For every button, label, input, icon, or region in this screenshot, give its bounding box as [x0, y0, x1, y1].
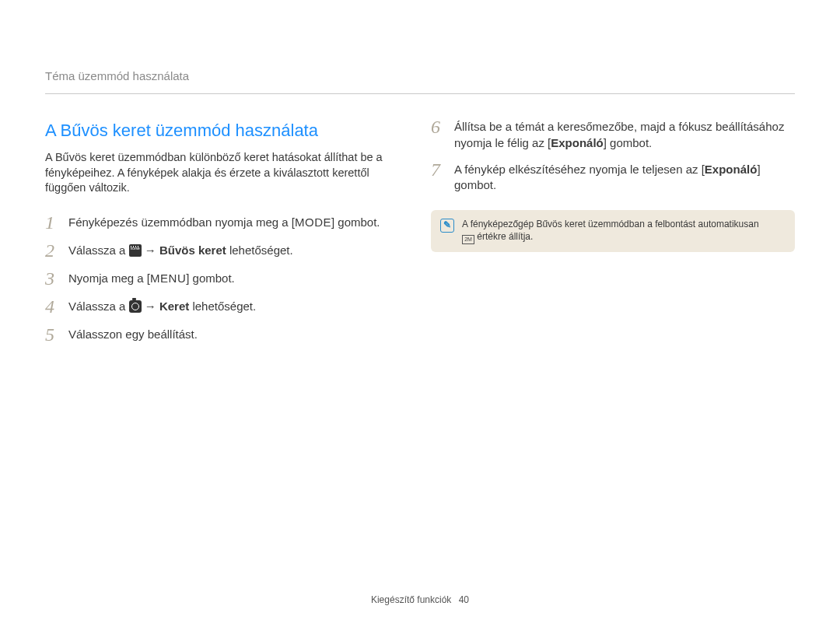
step-text: Válassza a → Bűvös keret lehetőséget. — [68, 243, 409, 258]
step-number: 6 — [431, 117, 445, 136]
text: értékre állítja. — [474, 231, 533, 242]
menu-key-label: MENU — [150, 271, 186, 285]
two-column-layout: A Bűvös keret üzemmód használata A Bűvös… — [45, 119, 795, 354]
shutter-key-label: Exponáló — [705, 163, 758, 176]
intro-paragraph: A Bűvös keret üzemmódban különböző keret… — [45, 150, 409, 196]
section-title: A Bűvös keret üzemmód használata — [45, 119, 409, 142]
step-text: Fényképezés üzemmódban nyomja meg a [MOD… — [68, 215, 409, 230]
step-number: 4 — [45, 297, 59, 316]
note-card: ✎ A fényképezőgép Bűvös keret üzemmódban… — [431, 210, 795, 252]
page-footer: Kiegészítő funkciók 40 — [0, 594, 840, 606]
scene-icon — [129, 244, 142, 257]
text: A fénykép elkészítéséhez nyomja le telje… — [454, 163, 705, 176]
step-2: 2 Válassza a → Bűvös keret lehetőséget. — [45, 243, 409, 260]
step-number: 5 — [45, 325, 59, 344]
text: Nyomja meg a [ — [68, 271, 150, 285]
step-text: Válassza a → Keret lehetőséget. — [68, 299, 409, 314]
arrow-icon: → — [145, 243, 156, 257]
arrow-icon: → — [145, 299, 156, 313]
step-text: A fénykép elkészítéséhez nyomja le telje… — [454, 162, 795, 194]
step-4: 4 Válassza a → Keret lehetőséget. — [45, 299, 409, 316]
step-text: Válasszon egy beállítást. — [68, 327, 409, 342]
step-number: 1 — [45, 213, 59, 232]
right-column: 6 Állítsa be a témát a keresőmezőbe, maj… — [431, 119, 795, 354]
camera-icon — [129, 300, 142, 313]
text: Válassza a — [68, 299, 129, 313]
text: ] gombot. — [331, 215, 380, 229]
mode-key-label: MODE — [295, 215, 331, 229]
note-icon: ✎ — [440, 219, 454, 233]
text: ] gombot. — [186, 271, 235, 285]
text: A fényképezőgép Bűvös keret üzemmódban a… — [462, 219, 759, 229]
bold-label: Bűvös keret — [159, 243, 226, 257]
footer-section: Kiegészítő funkciók — [371, 594, 451, 605]
step-5: 5 Válasszon egy beállítást. — [45, 327, 409, 344]
step-7: 7 A fénykép elkészítéséhez nyomja le tel… — [431, 162, 795, 194]
step-number: 2 — [45, 241, 59, 260]
step-6: 6 Állítsa be a témát a keresőmezőbe, maj… — [431, 119, 795, 151]
text: lehetőséget. — [226, 243, 293, 257]
steps-list-left: 1 Fényképezés üzemmódban nyomja meg a [M… — [45, 215, 409, 344]
running-head: Téma üzemmód használata — [45, 68, 795, 94]
left-column: A Bűvös keret üzemmód használata A Bűvös… — [45, 119, 409, 354]
step-text: Állítsa be a témát a keresőmezőbe, majd … — [454, 119, 795, 151]
step-number: 3 — [45, 269, 59, 288]
bold-label: Keret — [159, 299, 189, 313]
shutter-key-label: Exponáló — [551, 136, 604, 149]
note-text: A fényképezőgép Bűvös keret üzemmódban a… — [462, 218, 759, 244]
step-number: 7 — [431, 160, 445, 179]
step-3: 3 Nyomja meg a [MENU] gombot. — [45, 271, 409, 288]
resolution-icon: 2M — [462, 235, 474, 244]
step-1: 1 Fényképezés üzemmódban nyomja meg a [M… — [45, 215, 409, 232]
text: Válassza a — [68, 243, 129, 257]
text: ] gombot. — [604, 136, 653, 149]
text: lehetőséget. — [189, 299, 256, 313]
footer-page-number: 40 — [459, 594, 469, 605]
step-text: Nyomja meg a [MENU] gombot. — [68, 271, 409, 286]
steps-list-right: 6 Állítsa be a témát a keresőmezőbe, maj… — [431, 119, 795, 193]
text: Fényképezés üzemmódban nyomja meg a [ — [68, 215, 295, 229]
